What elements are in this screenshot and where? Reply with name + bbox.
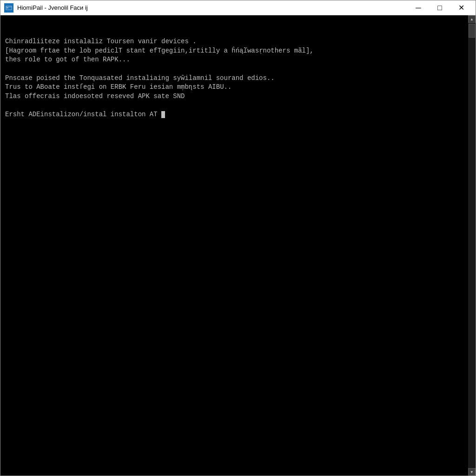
close-button[interactable]: ✕ <box>450 0 472 15</box>
minimize-button[interactable]: ─ <box>408 0 429 15</box>
content-area: Chinradliiteze instalaliz Toursen vanir … <box>0 15 476 476</box>
scroll-down-button[interactable]: ▼ <box>468 468 476 476</box>
terminal-line: Trus to ABoate instſegi on ERBK Feru ies… <box>5 83 463 92</box>
titlebar: HiomiPail - Jvenolil Facи ij ─ □ ✕ <box>0 0 476 15</box>
terminal-line: Tlas offecrais indoesoted reseved APK sa… <box>5 92 463 101</box>
window-controls: ─ □ ✕ <box>408 0 472 15</box>
maximize-button[interactable]: □ <box>429 0 450 15</box>
window-title: HiomiPail - Jvenolil Facи ij <box>17 4 408 11</box>
terminal-line <box>5 65 463 74</box>
terminal-output[interactable]: Chinradliiteze instalaliz Toursen vanir … <box>0 15 468 476</box>
main-window: HiomiPail - Jvenolil Facи ij ─ □ ✕ Chinr… <box>0 0 476 476</box>
terminal-line: thes role to got of then RAPK... <box>5 55 463 65</box>
terminal-line: [Hagroom frtae the lob pediclT stant efT… <box>5 46 463 56</box>
terminal-cursor <box>161 111 165 118</box>
app-icon <box>4 3 13 13</box>
terminal-line <box>5 101 463 110</box>
scrollbar[interactable]: ▲ ▼ <box>468 15 476 476</box>
scroll-track[interactable] <box>468 23 476 468</box>
scroll-thumb[interactable] <box>469 24 475 38</box>
terminal-line: Pnscase poised the Tonquasated instaliai… <box>5 74 463 83</box>
terminal-line: Ersht ADEinstalizon/instal instalton AT <box>5 110 463 119</box>
scroll-up-button[interactable]: ▲ <box>468 15 476 23</box>
terminal-line: Chinradliiteze instalaliz Toursen vanir … <box>5 37 463 46</box>
svg-rect-2 <box>7 7 8 8</box>
